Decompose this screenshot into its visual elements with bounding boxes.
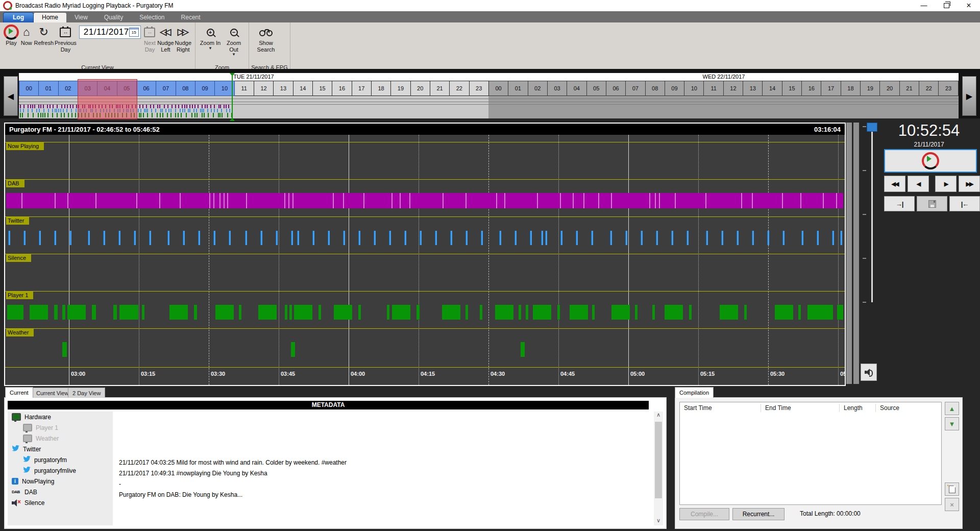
hour-cell[interactable]: 06 (606, 81, 626, 96)
track-dab[interactable]: DAB (5, 179, 845, 216)
hour-cell[interactable]: 23 (939, 81, 958, 96)
hour-cell[interactable]: 16 (332, 81, 352, 96)
show-search-button[interactable]: Show Search (253, 25, 279, 53)
refresh-button[interactable]: ↻ Refresh (34, 25, 54, 46)
hour-cell[interactable]: 00 (489, 81, 508, 96)
hour-cell[interactable]: 09 (665, 81, 684, 96)
column-source[interactable]: Source (876, 404, 941, 412)
mark-out-button[interactable]: |← (949, 196, 980, 211)
tree-item-hardware[interactable]: Hardware (8, 412, 113, 422)
date-picker-icon[interactable]: 15 (129, 28, 139, 37)
scrollbar-thumb[interactable] (655, 422, 662, 498)
hour-cell[interactable]: 14 (763, 81, 782, 96)
hour-cell[interactable]: 07 (156, 81, 176, 96)
hour-cell[interactable]: 13 (274, 81, 293, 96)
tree-item-purgatoryfmlive[interactable]: purgatoryfmlive (8, 465, 113, 476)
tab-home[interactable]: Home (34, 13, 66, 22)
hour-cell[interactable]: 12 (254, 81, 274, 96)
tab-recent[interactable]: Recent (173, 13, 209, 22)
scroll-down-icon[interactable]: ∨ (654, 517, 663, 525)
log-view-body[interactable]: Now Playing DAB Twitter Silence Player 1 (5, 135, 845, 385)
hour-cell[interactable]: 23 (470, 81, 489, 96)
mark-in-button[interactable]: →| (884, 196, 915, 211)
zoom-in-button[interactable]: + Zoom In ▾ (199, 25, 222, 50)
nudge-right-button[interactable]: ▷▷ Nudge Right (175, 25, 191, 53)
tree-item-purgatoryfm[interactable]: purgatoryfm (8, 454, 113, 465)
track-silence[interactable]: Silence (5, 254, 845, 291)
zoom-slider-track[interactable] (871, 123, 873, 302)
hour-cell[interactable]: 09 (195, 81, 215, 96)
hour-cell[interactable]: 17 (352, 81, 372, 96)
column-length[interactable]: Length (840, 404, 876, 412)
tab-selection[interactable]: Selection (131, 13, 173, 22)
delete-item-button[interactable]: × (945, 498, 959, 511)
hour-cell[interactable]: 20 (880, 81, 899, 96)
hour-cell[interactable]: 01 (508, 81, 528, 96)
hour-cell[interactable]: 15 (782, 81, 802, 96)
nudge-left-button[interactable]: ◁◁ Nudge Left (157, 25, 174, 53)
mute-button[interactable] (861, 364, 877, 381)
tab-quality[interactable]: Quality (96, 13, 131, 22)
hour-cell[interactable]: 17 (821, 81, 841, 96)
timeline-selection-overlay[interactable] (78, 79, 137, 119)
step-forward-button[interactable]: ▶ (935, 176, 957, 192)
track-weather[interactable]: Weather (5, 328, 845, 366)
hour-cell[interactable]: 11 (235, 81, 254, 96)
tree-item-twitter[interactable]: Twitter (8, 444, 113, 454)
timeline-band[interactable]: TUE 21/11/2017 WED 22/11/2017 0001020304… (19, 73, 959, 118)
hour-cell[interactable]: 15 (313, 81, 332, 96)
hour-cell[interactable]: 02 (59, 81, 78, 96)
scroll-up-icon[interactable]: ∧ (654, 412, 663, 420)
column-start-time[interactable]: Start Time (680, 404, 761, 412)
track-twitter[interactable]: Twitter (5, 216, 845, 254)
vertical-splitter-strip[interactable] (853, 123, 859, 384)
hour-cell[interactable]: 19 (391, 81, 410, 96)
column-end-time[interactable]: End Time (761, 404, 840, 412)
recurrent-button[interactable]: Recurrent... (732, 508, 785, 520)
zoom-out-button[interactable]: − Zoom Out ▾ (223, 25, 245, 56)
tab-view[interactable]: View (66, 13, 96, 22)
hour-cell[interactable]: 22 (450, 81, 469, 96)
hour-cell[interactable]: 10 (684, 81, 704, 96)
hour-cell[interactable]: 02 (528, 81, 548, 96)
hour-cell[interactable]: 18 (841, 81, 861, 96)
hour-cell[interactable]: 11 (704, 81, 723, 96)
next-day-button[interactable]: ↔ Next Day (143, 25, 157, 53)
play-button[interactable]: Play (4, 25, 19, 46)
hour-cell[interactable]: 21 (430, 81, 450, 96)
new-item-button[interactable] (945, 482, 959, 496)
hour-cell[interactable]: 04 (567, 81, 586, 96)
compilation-table[interactable]: Start Time End Time Length Source (679, 402, 942, 505)
timeline-scroll-right-button[interactable]: ▶ (962, 76, 976, 116)
step-back-button[interactable]: ◀ (908, 176, 929, 192)
tab-current-view[interactable]: Current View (32, 388, 73, 398)
hour-cell[interactable]: 08 (646, 81, 665, 96)
hour-cell[interactable]: 12 (724, 81, 743, 96)
hour-cell[interactable]: 22 (919, 81, 939, 96)
minimize-button[interactable]: — (913, 0, 935, 11)
track-player-1[interactable]: Player 1 (5, 291, 845, 328)
rewind-button[interactable]: ◀◀ (884, 176, 905, 192)
menu-tab-log[interactable]: Log (3, 12, 34, 22)
tree-item-weather[interactable]: Weather (8, 433, 113, 444)
hour-cell[interactable]: 00 (19, 81, 39, 96)
tab-compilation[interactable]: Compilation (675, 387, 714, 398)
playback-play-button[interactable] (884, 149, 977, 173)
track-now-playing[interactable]: Now Playing (5, 142, 845, 179)
hour-cell[interactable]: 07 (626, 81, 645, 96)
hour-cell[interactable]: 21 (900, 81, 919, 96)
metadata-scrollbar[interactable]: ∧ ∨ (654, 412, 663, 525)
hour-cell[interactable]: 18 (372, 81, 391, 96)
hour-cell[interactable]: 20 (411, 81, 430, 96)
move-up-button[interactable]: ▲ (945, 402, 959, 415)
hour-cell[interactable]: 03 (548, 81, 567, 96)
zoom-slider-handle[interactable] (867, 123, 877, 132)
tree-item-nowplaying[interactable]: iNowPlaying (8, 476, 113, 487)
timeline-scroll-left-button[interactable]: ◀ (4, 76, 18, 116)
previous-day-button[interactable]: ↔ Previous Day (55, 25, 77, 53)
now-button[interactable]: ⌂ Now (20, 25, 33, 46)
tree-item-silence[interactable]: ×Silence (8, 497, 113, 508)
hour-cell[interactable]: 08 (176, 81, 195, 96)
hour-cell[interactable]: 05 (587, 81, 606, 96)
hour-cell[interactable]: 19 (861, 81, 880, 96)
